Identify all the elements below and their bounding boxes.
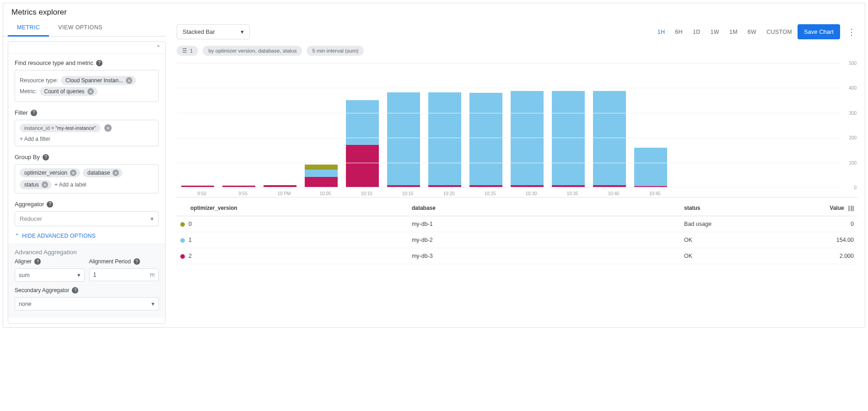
series-count-pill[interactable]: ☰ 1 [177,46,198,56]
close-icon[interactable]: ✕ [87,88,94,95]
y-tick-label: 200 [849,135,857,140]
bar-column[interactable] [511,91,544,187]
bar-segment [305,170,338,177]
legend-header-val[interactable]: Value [789,200,857,216]
legend-header-db[interactable]: database [408,200,680,216]
group-by-label: Group By ? [15,154,159,160]
bar-column[interactable] [469,93,502,187]
aligner-col: Aligner ? sum ▾ [15,258,85,282]
close-icon[interactable]: ✕ [113,170,119,176]
x-tick-label: 10:05 [305,191,346,196]
x-tick-label: 10:15 [387,191,428,196]
bar-segment [511,185,544,187]
range-1h[interactable]: 1H [658,29,665,35]
add-label-link[interactable]: + Add a label [54,181,86,188]
bar-column[interactable] [552,91,585,187]
legend-row[interactable]: 1my-db-2OK154.00 [177,232,857,248]
bar-column[interactable] [634,148,667,187]
aligner-value: sum [19,272,30,278]
hide-advanced-text: HIDE ADVANCED OPTIONS [22,233,96,239]
aggregator-select[interactable]: Reducer ▾ [15,211,159,226]
bar-column[interactable] [428,92,461,187]
filter-chip[interactable]: instance_id = "my-test-instance" [20,124,101,132]
aligner-label: Aligner ? [15,258,85,265]
bar-column[interactable] [305,165,338,187]
resource-type-chip[interactable]: Cloud Spanner Instan... ✕ [61,76,136,85]
close-icon[interactable]: ✕ [126,77,132,84]
hide-advanced-toggle[interactable]: ⌃ HIDE ADVANCED OPTIONS [8,228,165,244]
help-icon[interactable]: ? [47,201,53,208]
interval-pill[interactable]: 5 min interval (sum) [307,46,364,56]
save-chart-button[interactable]: Save Chart [798,24,840,39]
tab-view-options[interactable]: VIEW OPTIONS [49,20,111,36]
close-icon[interactable]: ✕ [104,124,112,132]
legend-header-st[interactable]: status [680,200,789,216]
legend-dot-icon [180,222,185,227]
chevron-down-icon: ▾ [151,215,154,222]
aligner-select[interactable]: sum ▾ [15,268,85,282]
help-icon[interactable]: ? [31,110,37,116]
help-icon[interactable]: ? [96,60,102,66]
close-icon[interactable]: ✕ [42,181,48,188]
group-chip-status[interactable]: status✕ [20,180,52,189]
metric-chip[interactable]: Count of queries ✕ [40,87,97,96]
aggregator-label-text: Aggregator [15,201,44,208]
period-value: 1 [93,272,97,278]
legend-row[interactable]: 2my-db-3OK2.000 [177,248,857,264]
group-by-label-text: Group By [15,154,40,160]
resource-type-label: Resource type: [20,77,58,84]
chart-type-select[interactable]: Stacked Bar ▾ [177,24,250,39]
metric-label: Metric: [20,88,37,95]
period-input[interactable]: 1 m [89,268,159,281]
y-gridline: 300 [177,113,841,113]
range-custom[interactable]: CUSTOM [766,29,792,35]
metric-row: Metric: Count of queries ✕ [20,87,154,96]
group-pill[interactable]: by optimizer version, database, status [203,46,302,56]
range-1w[interactable]: 1W [711,29,719,35]
bar-segment [634,148,667,186]
range-1m[interactable]: 1M [729,29,738,35]
overflow-menu-icon[interactable]: ⋮ [846,27,857,37]
tab-metric[interactable]: METRIC [8,20,49,37]
bar-column[interactable] [181,186,214,187]
legend-dot-icon [180,238,185,243]
range-1d[interactable]: 1D [693,29,701,35]
add-filter-link[interactable]: + Add a filter [20,136,154,142]
group-by-chips: optimizer_version✕ database✕ [20,168,154,177]
help-icon[interactable]: ? [43,154,49,160]
help-icon[interactable]: ? [134,258,140,265]
aggregator-value: Reducer [20,215,42,222]
chevron-down-icon: ▾ [241,28,244,35]
legend-row[interactable]: 0my-db-1Bad usage0 [177,216,857,232]
group-chip-database[interactable]: database✕ [83,168,123,177]
filter-label-text: Filter [15,109,28,116]
secondary-label-text: Secondary Aggregator [15,287,69,294]
group-chip-optimizer-version[interactable]: optimizer_version✕ [20,168,80,177]
y-tick-label: 500 [849,61,857,66]
filter-section: Filter ? instance_id = "my-test-instance… [8,104,165,148]
bar-segment [305,177,338,187]
x-tick-label: 10:35 [552,191,593,196]
aggregator-label: Aggregator ? [15,201,159,208]
close-icon[interactable]: ✕ [70,170,76,176]
sidebar: METRIC VIEW OPTIONS ⌃ Find resource type… [3,20,166,324]
range-6h[interactable]: 6H [675,29,683,35]
help-icon[interactable]: ? [72,287,78,294]
range-6w[interactable]: 6W [748,29,756,35]
legend-header-ov[interactable]: optimizer_version [177,200,408,216]
columns-icon[interactable] [848,206,854,211]
collapse-caret-icon[interactable]: ⌃ [156,44,161,51]
bar-column[interactable] [222,186,255,187]
metric-panel: ⌃ Find resource type and metric ? Resour… [8,41,166,324]
bar-segment [222,186,255,187]
bar-column[interactable] [387,92,420,187]
bar-column[interactable] [264,185,297,187]
x-tick-label: 9:50 [181,191,222,196]
help-icon[interactable]: ? [34,258,41,265]
legend-header-row: optimizer_version database status Value [177,200,857,216]
secondary-select[interactable]: none ▾ [15,297,159,310]
aligner-label-text: Aligner [15,258,32,265]
bar-column[interactable] [593,91,626,187]
filter-icon: ☰ [182,48,187,54]
chevron-down-icon: ▾ [151,300,155,307]
